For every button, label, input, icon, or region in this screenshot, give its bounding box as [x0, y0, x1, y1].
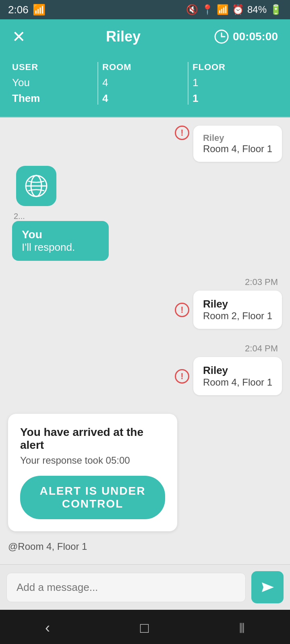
floor-you: 1 [193, 76, 270, 89]
send-icon [259, 579, 276, 595]
msg-bubble-riley-partial: Riley Room 4, Floor 1 [193, 126, 282, 162]
svg-marker-6 [262, 582, 274, 592]
msg-bubble-riley-1: Riley Room 2, Floor 1 [193, 291, 282, 329]
nav-bar: ‹ □ ⦀ [0, 610, 290, 644]
chat-area: ! Riley Room 4, Floor 1 2... You I'll re… [0, 118, 290, 564]
timestamp-1: 2:03 PM [245, 277, 282, 287]
wifi2-icon: 📶 [217, 4, 229, 15]
status-bar: 2:06 📶 🔇 📍 📶 ⏰ 84% 🔋 [0, 0, 290, 19]
status-left: 2:06 📶 [8, 4, 46, 16]
message-riley-2: 2:04 PM ! Riley Room 4, Floor 1 [8, 343, 282, 395]
app-icon [16, 166, 56, 206]
clock-icon [214, 29, 229, 44]
room-them: 4 [102, 92, 180, 105]
you-label: You [22, 228, 99, 241]
room-location-label: @Room 4, Floor 1 [8, 541, 282, 552]
send-button[interactable] [251, 571, 284, 603]
timestamp-partial: 2... [14, 212, 282, 221]
message-input[interactable] [6, 573, 246, 602]
message-riley-1: 2:03 PM ! Riley Room 2, Floor 1 [8, 277, 282, 329]
alert-control-button[interactable]: ALERT IS UNDER CONTROL [20, 476, 165, 519]
msg-location-partial: Room 4, Floor 1 [203, 143, 272, 155]
alert-icon-3: ! [175, 369, 189, 384]
status-right: 🔇 📍 📶 ⏰ 84% 🔋 [186, 4, 282, 15]
wifi-icon: 📶 [33, 4, 46, 16]
user-label: USER [12, 62, 89, 72]
message-partial: ! Riley Room 4, Floor 1 [8, 126, 282, 162]
battery-display: 84% [247, 4, 267, 15]
info-table: USER You Them ROOM 4 4 FLOOR 1 1 [0, 54, 290, 118]
location-2: Room 4, Floor 1 [203, 377, 272, 388]
timer-value: 00:05:00 [233, 30, 278, 43]
sender-1: Riley [203, 298, 272, 310]
you-bubble: You I'll respond. [12, 221, 109, 261]
arrived-title: You have arrived at the alert [20, 426, 165, 452]
you-message: You I'll respond. [8, 221, 282, 261]
header-timer: 00:05:00 [214, 29, 278, 44]
location-1: Room 2, Floor 1 [203, 310, 272, 322]
alert-icon-1: ! [175, 126, 189, 140]
location-icon: 📍 [201, 4, 213, 15]
battery-icon: 🔋 [270, 4, 282, 15]
alarm-icon: ⏰ [232, 4, 244, 15]
recents-button[interactable]: ⦀ [227, 615, 257, 640]
msg-sender-partial: Riley [203, 133, 272, 143]
header: ✕ Riley 00:05:00 [0, 19, 290, 54]
home-button[interactable]: □ [128, 615, 161, 640]
room-you: 4 [102, 76, 180, 89]
globe-svg [24, 174, 48, 198]
arrived-subtitle: Your response took 05:00 [20, 455, 165, 466]
app-icon-container [12, 166, 282, 210]
user-you: You [12, 76, 89, 89]
time-display: 2:06 [8, 4, 29, 16]
user-them: Them [12, 92, 89, 105]
header-title: Riley [32, 28, 214, 45]
user-col: USER You Them [12, 62, 98, 105]
floor-col: FLOOR 1 1 [188, 62, 278, 105]
back-button[interactable]: ‹ [33, 615, 62, 640]
close-button[interactable]: ✕ [12, 27, 32, 46]
timestamp-2: 2:04 PM [245, 343, 282, 354]
floor-label: FLOOR [193, 62, 270, 72]
you-text: I'll respond. [22, 241, 99, 254]
sender-2: Riley [203, 364, 272, 377]
mute-icon: 🔇 [186, 4, 198, 15]
alert-icon-2: ! [175, 303, 189, 317]
arrived-card: You have arrived at the alert Your respo… [8, 414, 177, 531]
msg-bubble-riley-2: Riley Room 4, Floor 1 [193, 357, 282, 395]
floor-them: 1 [193, 92, 270, 105]
room-label: ROOM [102, 62, 180, 72]
message-input-bar [0, 564, 290, 610]
room-col: ROOM 4 4 [98, 62, 188, 105]
